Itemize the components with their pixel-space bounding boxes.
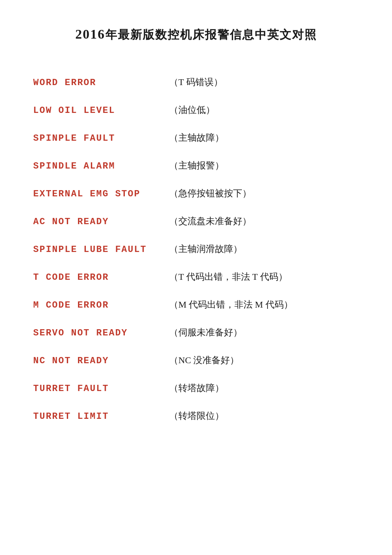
alarm-chinese-10: （NC 没准备好） [169, 353, 239, 367]
alarm-chinese-3: （主轴报警） [169, 159, 224, 172]
alarm-english-2: SPINPLE FAULT [33, 132, 166, 145]
alarm-chinese-4: （急停按钮被按下） [169, 186, 251, 200]
alarm-chinese-11: （转塔故障） [169, 381, 224, 395]
alarm-chinese-6: （主轴润滑故障） [169, 242, 242, 256]
list-item: WORD ERROR（T 码错误） [33, 68, 359, 96]
alarm-english-5: AC NOT READY [33, 215, 166, 229]
alarm-english-6: SPINPLE LUBE FAULT [33, 243, 166, 257]
alarm-english-3: SPINDLE ALARM [33, 159, 166, 173]
list-item: EXTERNAL EMG STOP（急停按钮被按下） [33, 180, 359, 208]
list-item: M CODE ERROR（M 代码出错，非法 M 代码） [33, 291, 359, 319]
alarm-english-1: LOW OIL LEVEL [33, 104, 166, 117]
alarm-english-0: WORD ERROR [33, 76, 166, 90]
title-year: 2016 [75, 27, 105, 42]
alarm-english-7: T CODE ERROR [33, 271, 166, 284]
alarm-chinese-1: （油位低） [169, 103, 215, 117]
alarm-list: WORD ERROR（T 码错误）LOW OIL LEVEL（油位低）SPINP… [33, 68, 359, 430]
alarm-chinese-9: （伺服未准备好） [169, 325, 242, 339]
alarm-english-12: TURRET LIMIT [33, 410, 166, 423]
list-item: SPINDLE ALARM（主轴报警） [33, 152, 359, 180]
alarm-english-8: M CODE ERROR [33, 298, 166, 312]
alarm-english-11: TURRET FAULT [33, 382, 166, 396]
alarm-chinese-2: （主轴故障） [169, 131, 224, 144]
alarm-chinese-8: （M 代码出错，非法 M 代码） [169, 298, 293, 311]
list-item: LOW OIL LEVEL（油位低） [33, 96, 359, 124]
alarm-english-4: EXTERNAL EMG STOP [33, 187, 166, 201]
list-item: AC NOT READY（交流盘未准备好） [33, 208, 359, 235]
list-item: TURRET FAULT（转塔故障） [33, 374, 359, 402]
alarm-chinese-5: （交流盘未准备好） [169, 214, 251, 228]
list-item: T CODE ERROR（T 代码出错，非法 T 代码） [33, 263, 359, 291]
alarm-chinese-0: （T 码错误） [169, 75, 223, 89]
list-item: SPINPLE LUBE FAULT（主轴润滑故障） [33, 235, 359, 263]
alarm-english-10: NC NOT READY [33, 354, 166, 368]
alarm-english-9: SERVO NOT READY [33, 326, 166, 340]
list-item: TURRET LIMIT（转塔限位） [33, 402, 359, 430]
page-title: 2016年最新版数控机床报警信息中英文对照 [33, 25, 359, 44]
list-item: SPINPLE FAULT（主轴故障） [33, 124, 359, 152]
alarm-chinese-7: （T 代码出错，非法 T 代码） [169, 270, 287, 284]
alarm-chinese-12: （转塔限位） [169, 409, 224, 423]
list-item: NC NOT READY（NC 没准备好） [33, 347, 359, 374]
title-rest: 年最新版数控机床报警信息中英文对照 [105, 28, 317, 41]
list-item: SERVO NOT READY（伺服未准备好） [33, 319, 359, 347]
